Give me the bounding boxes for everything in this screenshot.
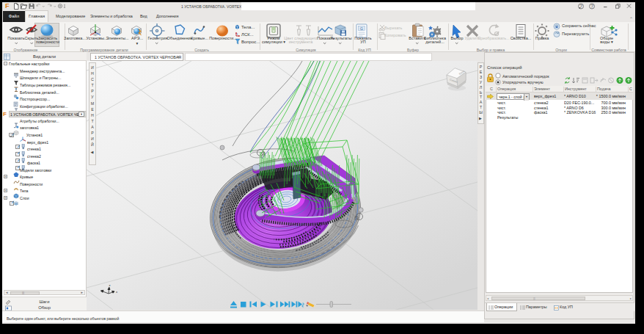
svg-text:Тела...: Тела...: [241, 25, 255, 29]
svg-text:z: z: [109, 283, 111, 287]
svg-text:G: G: [360, 26, 363, 31]
svg-text:?: ?: [579, 4, 582, 9]
svg-text:?: ?: [590, 4, 593, 9]
